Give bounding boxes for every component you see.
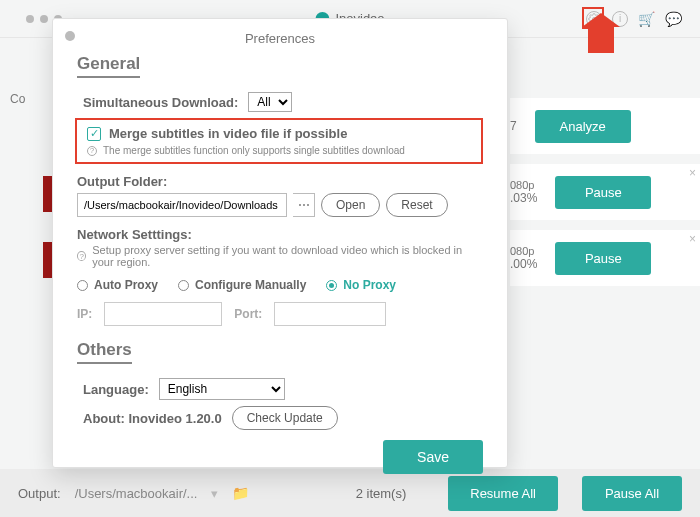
resume-all-button[interactable]: Resume All bbox=[448, 476, 558, 511]
pause-all-button[interactable]: Pause All bbox=[582, 476, 682, 511]
output-folder-input[interactable] bbox=[77, 193, 287, 217]
info-icon: ? bbox=[87, 146, 97, 156]
radio-no-proxy[interactable]: No Proxy bbox=[326, 278, 396, 292]
simul-download-label: Simultaneous Download: bbox=[83, 95, 238, 110]
save-button[interactable]: Save bbox=[383, 440, 483, 474]
pause-button-2[interactable]: Pause bbox=[555, 242, 651, 275]
radio-auto-proxy[interactable]: Auto Proxy bbox=[77, 278, 158, 292]
dropdown-icon[interactable]: ▾ bbox=[211, 486, 218, 501]
language-label: Language: bbox=[83, 382, 149, 397]
merge-subtitles-checkbox[interactable]: ✓ bbox=[87, 127, 101, 141]
radio-configure-label: Configure Manually bbox=[195, 278, 306, 292]
bg-item2-percent: .03% bbox=[510, 191, 537, 205]
merge-subtitles-hint: The merge subtitles function only suppor… bbox=[103, 145, 405, 156]
close-dot[interactable] bbox=[26, 15, 34, 23]
item-count: 2 item(s) bbox=[356, 486, 407, 501]
port-label: Port: bbox=[234, 307, 262, 321]
bg-item3-percent: .00% bbox=[510, 257, 537, 271]
dialog-close-dot[interactable] bbox=[65, 31, 75, 41]
simul-download-select[interactable]: All bbox=[248, 92, 292, 112]
network-settings-label: Network Setttings: bbox=[77, 227, 483, 242]
ip-input[interactable] bbox=[104, 302, 222, 326]
output-path-short[interactable]: /Users/macbookair/... bbox=[75, 486, 198, 501]
analyze-button[interactable]: Analyze bbox=[535, 110, 631, 143]
bg-row1-text: 7 bbox=[510, 119, 517, 133]
about-text: About: Inovideo 1.20.0 bbox=[83, 411, 222, 426]
others-heading: Others bbox=[77, 340, 132, 364]
bg-label: Co bbox=[10, 92, 40, 106]
merge-subtitles-label: Merge subtitles in video file if possibl… bbox=[109, 126, 347, 141]
browse-button[interactable]: ⋯ bbox=[293, 193, 315, 217]
info-icon: ? bbox=[77, 251, 86, 261]
preferences-dialog: Preferences General Simultaneous Downloa… bbox=[52, 18, 508, 468]
close-icon[interactable]: × bbox=[689, 232, 696, 246]
folder-icon[interactable]: 📁 bbox=[232, 485, 249, 501]
close-icon[interactable]: × bbox=[689, 166, 696, 180]
general-heading: General bbox=[77, 54, 140, 78]
radio-auto-proxy-label: Auto Proxy bbox=[94, 278, 158, 292]
radio-no-proxy-label: No Proxy bbox=[343, 278, 396, 292]
minimize-dot[interactable] bbox=[40, 15, 48, 23]
dialog-title: Preferences bbox=[77, 31, 483, 46]
ip-label: IP: bbox=[77, 307, 92, 321]
cart-icon[interactable]: 🛒 bbox=[638, 11, 655, 27]
callout-arrow bbox=[588, 25, 614, 53]
radio-configure-manually[interactable]: Configure Manually bbox=[178, 278, 306, 292]
check-update-button[interactable]: Check Update bbox=[232, 406, 338, 430]
pause-button-1[interactable]: Pause bbox=[555, 176, 651, 209]
port-input[interactable] bbox=[274, 302, 386, 326]
language-select[interactable]: English bbox=[159, 378, 285, 400]
chat-icon[interactable]: 💬 bbox=[665, 11, 682, 27]
network-settings-hint: Setup proxy server setting if you want t… bbox=[92, 244, 483, 268]
reset-folder-button[interactable]: Reset bbox=[386, 193, 447, 217]
bottom-bar: Output: /Users/macbookair/... ▾ 📁 2 item… bbox=[0, 469, 700, 517]
output-label: Output: bbox=[18, 486, 61, 501]
bg-item2-quality: 080p bbox=[510, 179, 537, 191]
output-folder-label: Output Folder: bbox=[77, 174, 483, 189]
open-folder-button[interactable]: Open bbox=[321, 193, 380, 217]
bg-item3-quality: 080p bbox=[510, 245, 537, 257]
merge-subtitles-highlight: ✓ Merge subtitles in video file if possi… bbox=[75, 118, 483, 164]
